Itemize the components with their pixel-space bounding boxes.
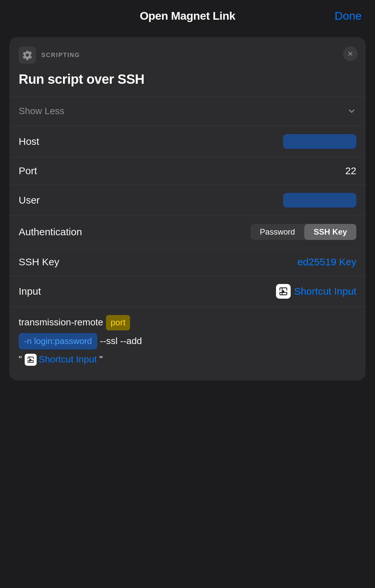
authentication-label: Authentication xyxy=(19,226,82,238)
host-input[interactable] xyxy=(283,134,356,149)
card-main-title: Run script over SSH xyxy=(9,70,366,96)
user-input[interactable] xyxy=(283,193,356,208)
shortcut-input-container: Shortcut Input xyxy=(276,284,356,299)
ssh-key-label: SSH Key xyxy=(19,256,59,268)
main-card: SCRIPTING Run script over SSH Show Less … xyxy=(9,37,366,380)
chevron-down-icon xyxy=(347,106,356,116)
shortcut-icon-box xyxy=(276,284,291,299)
scripting-icon-box xyxy=(19,46,36,64)
script-static-ssl: --ssl --add xyxy=(100,334,142,349)
close-icon xyxy=(347,50,354,57)
ssh-key-row: SSH Key ed25519 Key xyxy=(9,248,366,276)
section-label: SCRIPTING xyxy=(41,52,80,59)
script-quote-close: " xyxy=(99,352,103,367)
input-label: Input xyxy=(19,286,41,297)
script-editor[interactable]: transmission-remote port -n login:passwo… xyxy=(9,307,366,380)
script-token-login[interactable]: -n login:password xyxy=(19,333,97,350)
ssh-key-link[interactable]: ed25519 Key xyxy=(297,256,356,268)
user-label: User xyxy=(19,195,40,206)
port-row: Port 22 xyxy=(9,157,366,185)
script-shortcut-inline[interactable]: Shortcut Input xyxy=(25,352,97,367)
page-title: Open Magnet Link xyxy=(140,9,235,22)
script-token-port[interactable]: port xyxy=(106,315,130,330)
shortcut-icon xyxy=(279,287,288,296)
host-label: Host xyxy=(19,136,39,147)
authentication-row: Authentication Password SSH Key xyxy=(9,216,366,248)
done-button[interactable]: Done xyxy=(335,9,362,22)
show-less-label: Show Less xyxy=(19,106,64,116)
gear-icon xyxy=(22,50,33,60)
shortcut-icon-small-box xyxy=(25,354,37,366)
shortcut-icon-small xyxy=(27,356,34,363)
svg-point-1 xyxy=(30,359,32,360)
user-row: User xyxy=(9,185,366,216)
auth-option-password[interactable]: Password xyxy=(251,224,304,240)
show-less-row[interactable]: Show Less xyxy=(9,96,366,126)
script-quote-open: " xyxy=(19,352,22,367)
script-line-2: -n login:password --ssl --add xyxy=(19,333,356,350)
close-button[interactable] xyxy=(343,46,358,61)
nav-bar: Open Magnet Link Done xyxy=(0,0,375,30)
shortcut-input-text[interactable]: Shortcut Input xyxy=(294,286,356,297)
port-label: Port xyxy=(19,165,37,177)
host-row: Host xyxy=(9,126,366,157)
script-line-1: transmission-remote port xyxy=(19,315,356,330)
card-header: SCRIPTING xyxy=(9,37,366,70)
shortcut-inline-text: Shortcut Input xyxy=(39,352,97,367)
port-value[interactable]: 22 xyxy=(345,165,356,177)
script-static-transmission: transmission-remote xyxy=(19,315,103,330)
input-row: Input Shortcut Input xyxy=(9,276,366,307)
script-line-3: " Shortcut Input " xyxy=(19,352,356,367)
auth-option-sshkey[interactable]: SSH Key xyxy=(304,224,356,240)
svg-point-0 xyxy=(282,290,284,292)
auth-toggle: Password SSH Key xyxy=(251,224,356,240)
